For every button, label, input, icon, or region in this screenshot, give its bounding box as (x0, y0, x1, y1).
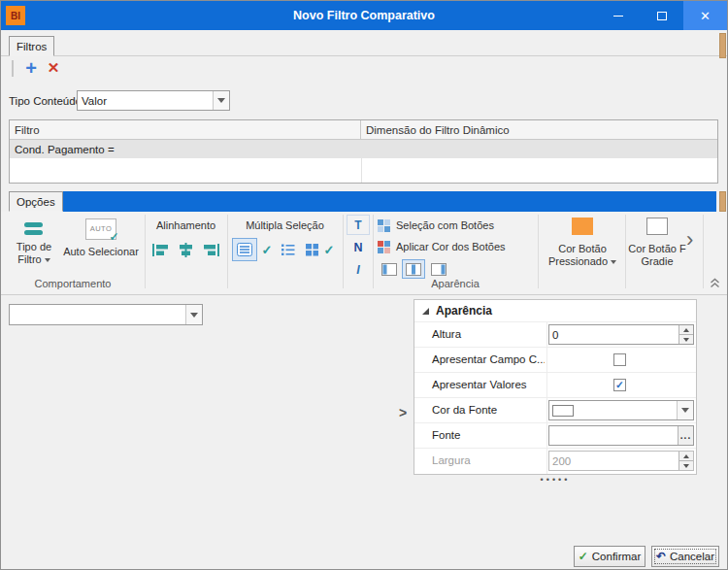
property-row-apresentar-campo: Apresentar Campo C... (414, 347, 696, 372)
app-logo-icon[interactable]: BI (6, 6, 25, 25)
cor-botao-fundo-button[interactable]: Cor Botão F Gradie (627, 218, 687, 276)
layout-right-icon (431, 263, 447, 276)
pressed-color-swatch (572, 218, 593, 235)
confirmar-button[interactable]: ✓ Confirmar (574, 546, 645, 567)
maximize-button[interactable] (640, 1, 683, 30)
cor-da-fonte-combo[interactable] (548, 400, 694, 420)
largura-spinner[interactable] (678, 452, 693, 470)
grid-header: Filtro Dimensão do Filtro Dinâmico (10, 120, 717, 140)
dialog-novo-filtro-comparativo: BI Novo Filtro Comparativo ✕ Filtros + ✕… (0, 0, 728, 570)
text-format-button[interactable]: T (347, 215, 370, 235)
property-row-cor-da-fonte: Cor da Fonte (414, 397, 696, 422)
list-view-button[interactable] (232, 238, 257, 261)
column-header-filtro[interactable]: Filtro (10, 120, 361, 139)
ribbon-collapse-button[interactable] (707, 276, 722, 289)
largura-value[interactable] (549, 452, 678, 470)
spin-up-icon (683, 328, 689, 332)
fonte-value[interactable] (549, 426, 678, 445)
dropdown-button[interactable] (677, 401, 693, 419)
bold-button[interactable]: N (347, 237, 370, 257)
spin-up-button[interactable] (679, 452, 693, 460)
altura-input[interactable] (548, 324, 694, 345)
spin-down-button[interactable] (679, 334, 693, 344)
tile-view-button[interactable] (300, 238, 323, 261)
cancelar-button[interactable]: ↶ Cancelar (651, 546, 719, 567)
confirm-check-icon: ✓ (579, 550, 588, 563)
cor-fundo-line2: Gradie (641, 255, 673, 268)
panel-splitter-handle[interactable]: ••••• (414, 476, 697, 484)
italic-button[interactable]: I (347, 259, 370, 280)
altura-value[interactable] (549, 325, 678, 344)
dock-strip-top (719, 33, 726, 58)
cor-pressionado-line2: Pressionado (548, 255, 608, 267)
delete-filter-button[interactable]: ✕ (44, 58, 63, 78)
ellipsis-button[interactable]: ... (678, 426, 693, 445)
check-icon: ✓ (615, 380, 624, 390)
apresentar-campo-checkbox[interactable] (613, 353, 626, 366)
spin-down-button[interactable] (679, 460, 693, 470)
align-right-button[interactable] (199, 238, 222, 261)
fonte-input[interactable]: ... (548, 425, 694, 446)
tipo-conteudo-value: Valor (78, 95, 213, 107)
multi-check-button-2[interactable]: ✓ (321, 238, 337, 261)
ribbon-tab-strip (62, 191, 716, 212)
grid-tiles-icon (305, 243, 319, 256)
filter-value-combo[interactable] (9, 304, 203, 325)
group-separator (625, 215, 626, 288)
panel-expand-button[interactable]: > (399, 405, 407, 420)
toolbar-grip (12, 60, 14, 77)
align-right-icon (203, 243, 219, 257)
close-icon: ✕ (700, 9, 711, 23)
ribbon-overflow-button[interactable]: › (686, 227, 693, 252)
tipo-conteudo-combo[interactable]: Valor (77, 90, 230, 111)
color-buttons-grid-icon (378, 241, 390, 253)
cor-botao-pressionado-button[interactable]: Cor Botão Pressionado (541, 218, 624, 276)
tipo-de-filtro-button[interactable]: Tipo de Filtro (9, 217, 59, 275)
tipo-de-filtro-line2-wrap: Filtro (17, 253, 50, 266)
aplicar-cor-botoes-option[interactable]: Aplicar Cor dos Botões (378, 237, 506, 256)
align-center-icon (178, 243, 194, 257)
layout-center-icon (406, 263, 421, 276)
apresentar-valores-checkbox[interactable]: ✓ (613, 379, 626, 391)
tab-filtros[interactable]: Filtros (9, 36, 54, 56)
minimize-icon (613, 16, 623, 17)
layout-left-button[interactable] (378, 259, 401, 279)
tab-opcoes[interactable]: Opções (9, 191, 63, 212)
titlebar[interactable]: BI Novo Filtro Comparativo ✕ (1, 1, 727, 30)
dropdown-button[interactable] (185, 305, 202, 324)
close-button[interactable]: ✕ (683, 1, 727, 30)
property-row-largura: Largura (414, 448, 696, 473)
layout-center-button[interactable] (402, 259, 425, 279)
category-expand-icon (422, 308, 429, 315)
spin-up-button[interactable] (679, 325, 693, 334)
auto-select-icon: AUTO ✓ (85, 218, 116, 240)
grid-row-selected[interactable]: Cond. Pagamento = (10, 140, 717, 158)
auto-selecionar-label: Auto Selecionar (63, 246, 139, 258)
chevron-down-icon (45, 258, 50, 262)
group-label-aparencia: Aparência (373, 278, 538, 289)
multi-check-button-1[interactable]: ✓ (259, 238, 275, 261)
align-left-button[interactable] (149, 238, 172, 261)
minimize-button[interactable] (596, 1, 640, 30)
auto-selecionar-button[interactable]: AUTO ✓ Auto Selecionar (61, 217, 141, 275)
group-separator (538, 215, 539, 288)
group-title-multipla-selecao: Múltipla Seleção (227, 219, 343, 231)
list-icon (237, 243, 252, 256)
cor-pressionado-line2-wrap: Pressionado (548, 255, 616, 268)
dropdown-button[interactable] (213, 91, 229, 110)
largura-input[interactable] (548, 451, 694, 471)
layout-right-button[interactable] (427, 259, 450, 279)
detail-list-button[interactable] (277, 238, 300, 261)
add-filter-button[interactable]: + (20, 56, 42, 80)
category-aparencia[interactable]: Aparência (414, 300, 696, 321)
property-label: Altura (414, 322, 545, 347)
selecao-com-botoes-option[interactable]: Seleção com Botões (378, 216, 494, 235)
align-center-button[interactable] (174, 238, 197, 261)
tipo-de-filtro-line2: Filtro (17, 253, 41, 265)
property-label: Fonte (414, 423, 545, 448)
spin-down-icon (683, 338, 689, 342)
background-color-swatch (646, 218, 668, 235)
altura-spinner[interactable] (678, 325, 693, 344)
column-header-dimensao[interactable]: Dimensão do Filtro Dinâmico (361, 120, 717, 139)
font-color-swatch (552, 405, 574, 417)
